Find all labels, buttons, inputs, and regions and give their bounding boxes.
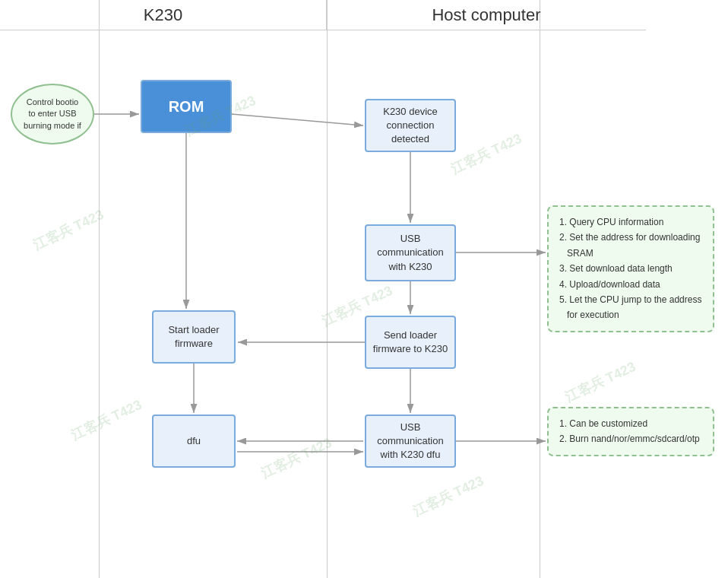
- watermark-8: 江客兵 T423: [410, 472, 487, 520]
- col-k230-header: K230: [0, 0, 327, 30]
- note-top-line1: 1. Query CPU information: [559, 214, 702, 230]
- watermark-6: 江客兵 T423: [68, 395, 145, 444]
- col-border-far-right: [540, 0, 540, 578]
- diagram-container: K230 Host computer Control bootio to ent…: [0, 0, 728, 578]
- watermark-1: 江客兵 T423: [30, 205, 107, 254]
- col-border-right: [327, 0, 328, 578]
- note-box-bottom: 1. Can be customized 2. Burn nand/nor/em…: [547, 407, 714, 456]
- note-box-top: 1. Query CPU information 2. Set the addr…: [547, 205, 714, 332]
- usb-comm-k230-box: USB communication with K230: [365, 224, 456, 281]
- watermark-7: 江客兵 T423: [258, 434, 335, 482]
- note-top-line2: 2. Set the address for downloading SRAM: [559, 230, 702, 261]
- k230-connection-box: K230 device connection detected: [365, 99, 456, 152]
- note-top-line4: 4. Upload/download data: [559, 277, 702, 292]
- dfu-box: dfu: [152, 414, 236, 468]
- watermark-5: 江客兵 T423: [562, 357, 639, 406]
- col-border-left: [99, 0, 100, 578]
- usb-comm-dfu-box: USB communication with K230 dfu: [365, 414, 456, 468]
- send-loader-box: Send loader firmware to K230: [365, 316, 456, 369]
- start-loader-box: Start loader firmware: [152, 310, 236, 364]
- note-top-line3: 3. Set download data length: [559, 261, 702, 276]
- note-bottom-line2: 2. Burn nand/nor/emmc/sdcard/otp: [559, 431, 702, 446]
- note-top-line5: 5. Let the CPU jump to the address for e…: [559, 292, 702, 323]
- svg-line-3: [232, 114, 363, 125]
- control-bootio-oval: Control bootio to enter USB burning mode…: [11, 84, 94, 144]
- watermark-4: 江客兵 T423: [448, 129, 525, 178]
- note-bottom-line1: 1. Can be customized: [559, 416, 702, 431]
- col-host-header: Host computer: [327, 0, 646, 30]
- rom-box: ROM: [141, 80, 232, 133]
